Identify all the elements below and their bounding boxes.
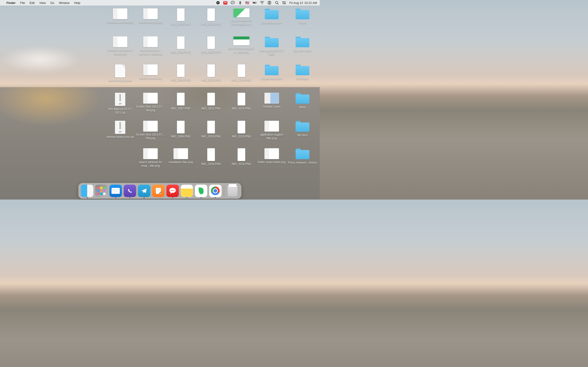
- file-remove-history-zip[interactable]: remove-history.xml.zip: [105, 121, 135, 139]
- file-maccleaner-caches-thumb: [143, 36, 158, 47]
- file-remove-history-xml[interactable]: remove-history.xml: [105, 64, 135, 83]
- file-img-3335[interactable]: IMG_3335.PNG: [166, 8, 196, 26]
- dock-app-notes[interactable]: [181, 185, 193, 197]
- menu-window[interactable]: Window: [57, 1, 72, 5]
- file-img-3366-label: IMG_3366.PNG: [171, 78, 190, 82]
- file-img-3321-label: IMG_3321.PNG: [201, 78, 221, 82]
- file-search-attribute[interactable]: search attribute for smar…lder.png: [136, 148, 165, 168]
- folder-darvideo[interactable]: DarVideo: [288, 64, 317, 81]
- file-remove-history-xml-label: remove-history.xml: [109, 79, 132, 83]
- menubar-battery-icon[interactable]: [253, 1, 257, 5]
- menubar-chat-icon[interactable]: [231, 1, 235, 5]
- file-img-3320[interactable]: IMG_3320.PNG: [196, 36, 226, 54]
- file-img-3367[interactable]: IMG_3367.PNG: [166, 93, 196, 110]
- file-img-3321-thumb: [207, 64, 215, 77]
- file-img-3314[interactable]: IMG_3314.PNG: [226, 64, 256, 82]
- menubar-input-source-icon[interactable]: 🇺🇸: [245, 1, 250, 5]
- menubar-wifi-icon[interactable]: [260, 1, 264, 5]
- file-untitled-pxm[interactable]: Untitled 2.pxm: [257, 93, 287, 109]
- folder-rem-apps[interactable]: rem-apps-jul-01-17-2021: [257, 36, 287, 56]
- dock-app-mail[interactable]: [110, 185, 122, 197]
- menu-file[interactable]: File: [18, 1, 27, 5]
- folder-books[interactable]: Books: [288, 8, 317, 25]
- file-internet-plugins[interactable]: internet plugins.png: [136, 8, 165, 24]
- dock-app-telegram[interactable]: [138, 185, 150, 197]
- folder-ideas-label: ideas: [299, 106, 306, 109]
- dock-separator: [224, 185, 224, 196]
- dock-app-viber[interactable]: [124, 185, 136, 197]
- dock-trash[interactable]: [226, 185, 239, 197]
- dock-app-finder[interactable]: [81, 185, 94, 197]
- file-img-3333[interactable]: IMG_3333.PNG: [196, 121, 226, 139]
- menubar-bolt-icon[interactable]: [216, 1, 220, 5]
- file-img-3322-label: IMG_3322.PNG: [201, 107, 221, 110]
- svg-point-23: [171, 190, 172, 191]
- svg-point-14: [283, 2, 284, 2]
- menubar-control-center-icon[interactable]: [282, 1, 286, 5]
- file-img-3334[interactable]: IMG_3334.PNG: [196, 148, 226, 166]
- file-screen-savers[interactable]: screen savers.png: [136, 64, 165, 80]
- file-img-3333-label: IMG_3333.PNG: [201, 135, 221, 139]
- dock-app-pages[interactable]: [152, 185, 165, 197]
- file-remove-history-xml-thumb: [115, 64, 125, 77]
- file-screenshot-pm[interactable]: Screen Shot 2021-07…PM.png: [136, 121, 165, 140]
- dock-app-chrome[interactable]: [209, 185, 222, 197]
- folder-scripts-instruction-thumb: [264, 64, 279, 76]
- folder-scripts-instruction[interactable]: scripts-instruction: [257, 64, 287, 81]
- file-img-3319[interactable]: IMG_3319.PNG: [196, 8, 226, 26]
- file-img-3366-thumb: [177, 64, 185, 77]
- menu-help[interactable]: Help: [72, 1, 83, 5]
- file-installation-files[interactable]: installation files.png: [166, 148, 196, 164]
- file-img-3321[interactable]: IMG_3321.PNG: [196, 64, 226, 82]
- file-maccleaner-caches-label: maccleaner pro - caches-i…ions.png: [136, 49, 165, 56]
- file-internet-plugins-label: internet plugins.png: [138, 21, 163, 24]
- file-app-support[interactable]: application support files.png: [257, 121, 287, 140]
- dock-app-imessage[interactable]: [166, 185, 179, 197]
- file-maccleaner-caches[interactable]: maccleaner pro - caches-i…ions.png: [136, 36, 165, 56]
- folder-scripts-instruction-label: scripts-instruction: [261, 77, 282, 81]
- file-search-attribute-label: search attribute for smar…lder.png: [136, 161, 165, 168]
- menubar-notification-icon[interactable]: 24: [223, 1, 227, 5]
- file-screenshot-pm-thumb: [143, 121, 158, 132]
- menubar-bluetooth-icon[interactable]: [238, 1, 242, 5]
- menu-view[interactable]: View: [37, 1, 48, 5]
- file-img-3318[interactable]: IMG_3318.PNG: [226, 148, 256, 166]
- file-img-3315[interactable]: IMG_3315.PNG: [226, 93, 256, 110]
- file-img-3314-thumb: [237, 64, 245, 77]
- file-img-3367-label: IMG_3367.PNG: [171, 107, 190, 110]
- desktop[interactable]: uninstall autocad.pnguninstall extenions…: [0, 6, 320, 200]
- menu-edit[interactable]: Edit: [27, 1, 37, 5]
- file-free-up-space[interactable]: free up space on iPhone@2x.png: [226, 8, 256, 26]
- file-img-3316[interactable]: IMG_3316.PNG: [226, 121, 256, 139]
- dock-app-launchpad[interactable]: [95, 185, 108, 197]
- file-finder-smart-folder[interactable]: finder-smart-folder.png: [257, 148, 287, 164]
- menubar-user-icon[interactable]: [267, 1, 271, 5]
- file-uninstall-autocad-label: uninstall autocad.png: [107, 21, 133, 24]
- file-screenshot-am[interactable]: Screen Shot 2021-07…AM.png: [136, 93, 165, 112]
- menubar-spotlight-icon[interactable]: [275, 1, 279, 5]
- file-free-up-space-label: free up space on iPhone@2x.png: [227, 19, 256, 26]
- file-uninstall-autocad-thumb: [113, 8, 128, 19]
- folder-press-releases[interactable]: Press releases - history: [288, 148, 317, 165]
- menu-go[interactable]: Go: [48, 1, 57, 5]
- folder-ideas[interactable]: ideas: [288, 93, 317, 109]
- file-img-3366[interactable]: IMG_3366.PNG: [166, 64, 196, 82]
- folder-my-docs[interactable]: My docs: [288, 121, 317, 137]
- file-app-support-label: application support files.png: [257, 133, 286, 140]
- file-untitled-pxm-label: Untitled 2.pxm: [263, 105, 281, 109]
- menubar-clock[interactable]: Fri Aug 13 10:22 AM: [289, 1, 317, 5]
- file-img-3318-thumb: [237, 148, 245, 161]
- app-menu[interactable]: Finder: [4, 1, 18, 5]
- svg-rect-6: [256, 2, 257, 3]
- folder-buy-mc-cards[interactable]: Buy MC cards: [288, 36, 317, 53]
- file-img-3322[interactable]: IMG_3322.PNG: [196, 93, 226, 110]
- dock-app-evernote[interactable]: [195, 185, 208, 197]
- file-how-to-free-up[interactable]: how to free up space o…@2x.png: [226, 36, 256, 54]
- file-img-3368-label: IMG_3368.PNG: [171, 135, 190, 139]
- file-rem-apps-zip[interactable]: rem-apps-jul-01-17-2021.zip: [105, 93, 135, 115]
- file-img-3336[interactable]: IMG_3336.PNG: [166, 36, 196, 54]
- file-uninstall-autocad[interactable]: uninstall autocad.png: [105, 8, 135, 24]
- folder-purgeable-space[interactable]: purgeable space: [257, 8, 287, 25]
- file-img-3368[interactable]: IMG_3368.PNG: [166, 121, 196, 139]
- file-uninstall-extensions-safari[interactable]: uninstall extenions in Safari.png: [105, 36, 135, 56]
